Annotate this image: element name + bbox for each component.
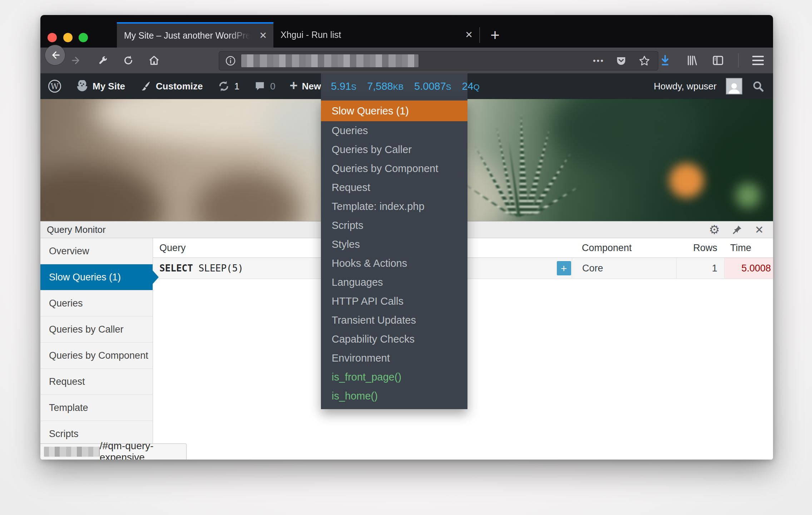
qm-panel-title: Query Monitor xyxy=(40,224,106,235)
qm-cell-rows: 1 xyxy=(676,258,724,279)
blurred-domain-text xyxy=(44,447,100,457)
bokeh-light xyxy=(669,163,704,198)
qm-pin-icon[interactable] xyxy=(732,224,743,235)
tab-my-site[interactable]: My Site – Just another WordPress si ✕ xyxy=(117,22,273,48)
avatar xyxy=(726,78,742,94)
customize-label: Customize xyxy=(156,81,203,92)
qm-sidebar-item-overview[interactable]: Overview xyxy=(40,238,153,264)
tab-close-icon[interactable]: ✕ xyxy=(253,30,273,41)
link-status-suffix: /#qm-query-expensive xyxy=(100,440,186,460)
qm-menu-item-queries-by-component[interactable]: Queries by Component xyxy=(321,159,467,178)
qm-db-time-stat: 5.0087s xyxy=(414,80,451,92)
succulent-plant xyxy=(446,103,589,221)
sidebars-icon[interactable] xyxy=(712,54,724,67)
qm-menu-item-transient-updates[interactable]: Transient Updates xyxy=(321,311,467,330)
toolbar-separator xyxy=(738,53,739,68)
qm-cell-time: 5.0008 xyxy=(724,258,773,279)
update-count: 1 xyxy=(234,81,239,92)
qm-dropdown-menu: Slow Queries (1) Queries Queries by Call… xyxy=(321,99,467,409)
qm-menu-item-queries-by-caller[interactable]: Queries by Caller xyxy=(321,140,467,159)
new-tab-button[interactable]: + xyxy=(483,22,507,48)
reload-button[interactable] xyxy=(123,55,134,66)
query-monitor-admin-menu[interactable]: 5.91s 7,588kb 5.0087s 24q xyxy=(321,73,467,99)
tab-title: My Site – Just another WordPress si xyxy=(117,30,253,41)
qm-menu-item-queries[interactable]: Queries xyxy=(321,121,467,140)
tab-xhgui[interactable]: Xhgui - Run list ✕ xyxy=(273,22,479,48)
qm-menu-item-languages[interactable]: Languages xyxy=(321,273,467,292)
qm-cell-component: Core xyxy=(572,258,676,279)
qm-sidebar-item-queries[interactable]: Queries xyxy=(40,290,153,317)
back-button[interactable] xyxy=(45,45,65,65)
qm-sidebar: Overview Slow Queries (1) Queries Querie… xyxy=(40,238,153,460)
wp-logo-menu[interactable]: W xyxy=(40,73,69,99)
back-arrow-icon xyxy=(50,50,60,60)
qm-menu-item-capability-checks[interactable]: Capability Checks xyxy=(321,330,467,349)
expand-caller-button[interactable]: + xyxy=(557,261,571,275)
qm-header-rows: Rows xyxy=(676,238,724,258)
updates-cycle-icon xyxy=(217,80,230,93)
updates-menu[interactable]: 1 xyxy=(210,73,247,99)
pocket-icon[interactable] xyxy=(615,55,627,67)
qm-menu-item-styles[interactable]: Styles xyxy=(321,235,467,254)
bookmark-star-icon[interactable] xyxy=(638,54,651,67)
qm-menu-item-http-api-calls[interactable]: HTTP API Calls xyxy=(321,292,467,311)
qm-menu-item-template[interactable]: Template: index.php xyxy=(321,197,467,216)
library-icon[interactable] xyxy=(685,54,698,67)
qm-memory-stat: 7,588kb xyxy=(367,80,403,92)
navigation-toolbar: ••• xyxy=(40,48,773,73)
wp-admin-bar: W My Site Customize 1 0 xyxy=(40,73,773,99)
qm-menu-item-is-front-page[interactable]: is_front_page() xyxy=(321,368,467,387)
macos-close-button[interactable] xyxy=(48,33,57,42)
menu-button[interactable] xyxy=(752,56,764,65)
downloads-icon[interactable] xyxy=(659,54,672,67)
tab-close-icon[interactable]: ✕ xyxy=(459,29,479,40)
paintbrush-icon xyxy=(139,80,152,92)
qm-close-icon[interactable]: ✕ xyxy=(755,224,764,236)
comments-menu[interactable]: 0 xyxy=(247,73,282,99)
page-actions-icon[interactable]: ••• xyxy=(593,56,604,65)
qm-sidebar-item-template[interactable]: Template xyxy=(40,395,153,421)
qm-menu-item-request[interactable]: Request xyxy=(321,178,467,197)
qm-sidebar-item-queries-by-component[interactable]: Queries by Component xyxy=(40,343,153,369)
comment-count: 0 xyxy=(270,81,275,92)
comment-bubble-icon xyxy=(254,80,266,92)
my-site-label: My Site xyxy=(93,81,125,92)
my-sites-icon xyxy=(76,80,88,92)
home-button[interactable] xyxy=(148,55,160,66)
search-icon[interactable] xyxy=(752,80,764,93)
wordpress-logo-icon: W xyxy=(48,79,62,93)
svg-text:W: W xyxy=(51,82,59,91)
address-bar[interactable]: ••• xyxy=(219,51,658,70)
link-status-tooltip: /#qm-query-expensive xyxy=(40,443,187,460)
qm-menu-item-hooks-actions[interactable]: Hooks & Actions xyxy=(321,254,467,273)
plus-icon: + xyxy=(289,78,297,93)
tab-bar: My Site – Just another WordPress si ✕ Xh… xyxy=(40,15,773,48)
qm-settings-gear-icon[interactable]: ⚙ xyxy=(709,222,719,237)
qm-sidebar-item-slow-queries[interactable]: Slow Queries (1) xyxy=(40,264,153,290)
qm-menu-item-is-home[interactable]: is_home() xyxy=(321,387,467,406)
qm-page-time-stat: 5.91s xyxy=(331,80,356,92)
customize-menu[interactable]: Customize xyxy=(132,73,210,99)
browser-window: My Site – Just another WordPress si ✕ Xh… xyxy=(40,15,773,460)
qm-header-component: Component xyxy=(572,238,676,258)
page-tools-wrench-icon[interactable] xyxy=(98,55,108,66)
qm-query-count-stat: 24q xyxy=(462,80,479,92)
qm-menu-item-environment[interactable]: Environment xyxy=(321,349,467,368)
qm-sidebar-item-queries-by-caller[interactable]: Queries by Caller xyxy=(40,317,153,343)
qm-header-time: Time xyxy=(724,238,773,258)
howdy-account-menu[interactable]: Howdy, wpuser xyxy=(654,81,717,92)
my-site-menu[interactable]: My Site xyxy=(69,73,132,99)
qm-menu-item-slow-queries[interactable]: Slow Queries (1) xyxy=(321,100,467,121)
new-label: New xyxy=(302,81,321,92)
site-info-icon[interactable] xyxy=(225,55,236,67)
blurred-url-text xyxy=(241,54,419,67)
qm-menu-item-scripts[interactable]: Scripts xyxy=(321,216,467,235)
tab-separator xyxy=(479,27,480,43)
macos-zoom-button[interactable] xyxy=(79,33,88,42)
forward-button[interactable] xyxy=(71,55,82,66)
tab-title: Xhgui - Run list xyxy=(273,30,459,40)
qm-sidebar-item-request[interactable]: Request xyxy=(40,369,153,395)
macos-minimize-button[interactable] xyxy=(63,33,73,42)
